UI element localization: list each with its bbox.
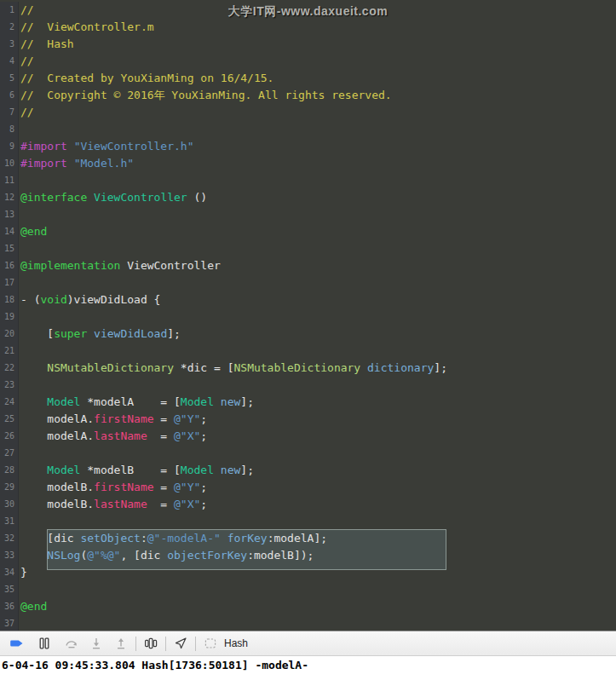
line-number[interactable]: 24	[0, 394, 19, 411]
code-line[interactable]: 10#import "Model.h"	[0, 155, 616, 172]
code-line[interactable]: 32 [dic setObject:@"-modelA-" forKey:mod…	[0, 530, 616, 547]
line-number[interactable]: 29	[0, 479, 19, 496]
step-into-icon[interactable]	[88, 635, 105, 652]
code-line[interactable]: 15	[0, 240, 616, 257]
line-number[interactable]: 27	[0, 445, 19, 462]
code-text: @end	[19, 598, 47, 615]
line-number[interactable]: 19	[0, 308, 19, 326]
code-line[interactable]: 3// Hash	[0, 36, 616, 53]
line-number[interactable]: 3	[0, 36, 19, 53]
code-line[interactable]: 16@implementation ViewController	[0, 257, 616, 274]
console-output-area[interactable]: 6-04-16 09:45:33.804 Hash[1736:50181] -m…	[0, 656, 616, 680]
line-number[interactable]: 28	[0, 462, 19, 479]
line-number[interactable]: 12	[0, 189, 19, 206]
code-text: [super viewDidLoad];	[19, 326, 181, 343]
code-line[interactable]: 37	[0, 615, 616, 631]
line-number[interactable]: 23	[0, 377, 19, 394]
toolbar-separator	[165, 637, 166, 651]
code-text	[19, 172, 20, 189]
debug-view-hierarchy-icon[interactable]	[142, 635, 159, 652]
line-number[interactable]: 14	[0, 223, 19, 240]
line-number[interactable]: 7	[0, 104, 19, 121]
code-line[interactable]: 23	[0, 377, 616, 394]
code-line[interactable]: 18- (void)viewDidLoad {	[0, 291, 616, 308]
code-line[interactable]: 33 NSLog(@"%@", [dic objectForKey:modelB…	[0, 547, 616, 564]
line-number[interactable]: 22	[0, 360, 19, 377]
code-text: - (void)viewDidLoad {	[19, 291, 160, 308]
code-line[interactable]: 13	[0, 206, 616, 223]
code-line[interactable]: 24 Model *modelA = [Model new];	[0, 394, 616, 411]
line-number[interactable]: 33	[0, 547, 19, 564]
step-out-icon[interactable]	[112, 635, 130, 652]
line-number[interactable]: 31	[0, 513, 19, 530]
code-text: //	[19, 2, 34, 19]
code-line[interactable]: 12@interface ViewController ()	[0, 189, 616, 206]
line-number[interactable]: 4	[0, 53, 19, 70]
code-editor[interactable]: 大学IT网-www.daxueit.com 1//2// ViewControl…	[0, 0, 616, 631]
code-line[interactable]: 27	[0, 445, 616, 462]
line-number[interactable]: 17	[0, 274, 19, 291]
line-number[interactable]: 32	[0, 530, 19, 547]
code-line[interactable]: 17	[0, 274, 616, 291]
line-number[interactable]: 26	[0, 428, 19, 445]
line-number[interactable]: 30	[0, 496, 19, 513]
line-number[interactable]: 11	[0, 172, 19, 189]
code-line[interactable]: 21	[0, 343, 616, 360]
line-number[interactable]: 18	[0, 291, 19, 308]
line-number[interactable]: 25	[0, 411, 19, 428]
code-text: //	[19, 104, 34, 121]
code-text: //	[19, 53, 34, 70]
code-lines-container: 1//2// ViewController.m3// Hash4//5// Cr…	[0, 0, 616, 631]
code-text: #import "Model.h"	[19, 155, 134, 172]
line-number[interactable]: 8	[0, 121, 19, 138]
line-number[interactable]: 2	[0, 19, 19, 36]
code-line[interactable]: 36@end	[0, 598, 616, 615]
code-line[interactable]: 25 modelA.firstName = @"Y";	[0, 411, 616, 428]
code-line[interactable]: 26 modelA.lastName = @"X";	[0, 428, 616, 445]
code-line[interactable]: 4//	[0, 53, 616, 70]
code-text: NSLog(@"%@", [dic objectForKey:modelB]);	[19, 547, 314, 564]
line-number[interactable]: 34	[0, 564, 19, 581]
code-text	[19, 274, 20, 291]
pause-icon[interactable]	[36, 635, 53, 652]
step-over-icon[interactable]	[63, 635, 80, 652]
code-line[interactable]: 9#import "ViewController.h"	[0, 138, 616, 155]
code-line[interactable]: 30 modelB.lastName = @"X";	[0, 496, 616, 513]
code-line[interactable]: 11	[0, 172, 616, 189]
breakpoints-toggle-icon[interactable]	[9, 635, 26, 652]
code-text: @implementation ViewController	[19, 257, 221, 274]
code-line[interactable]: 8	[0, 121, 616, 138]
code-text: modelA.lastName = @"X";	[19, 428, 207, 445]
line-number[interactable]: 36	[0, 598, 19, 615]
line-number[interactable]: 13	[0, 206, 19, 223]
line-number[interactable]: 37	[0, 615, 19, 631]
line-number[interactable]: 15	[0, 240, 19, 257]
line-number[interactable]: 9	[0, 138, 19, 155]
code-line[interactable]: 20 [super viewDidLoad];	[0, 326, 616, 343]
code-line[interactable]: 19	[0, 308, 616, 326]
code-text	[19, 445, 20, 462]
code-line[interactable]: 34}	[0, 564, 616, 581]
line-number[interactable]: 5	[0, 70, 19, 87]
line-number[interactable]: 16	[0, 257, 19, 274]
code-line[interactable]: 28 Model *modelB = [Model new];	[0, 462, 616, 479]
code-line[interactable]: 31	[0, 513, 616, 530]
code-line[interactable]: 29 modelB.firstName = @"Y";	[0, 479, 616, 496]
code-line[interactable]: 22 NSMutableDictionary *dic = [NSMutable…	[0, 360, 616, 377]
code-line[interactable]: 14@end	[0, 223, 616, 240]
code-line[interactable]: 5// Created by YouXianMing on 16/4/15.	[0, 70, 616, 87]
simulate-location-icon[interactable]	[172, 635, 189, 652]
line-number[interactable]: 20	[0, 326, 19, 343]
code-text: @end	[19, 223, 47, 240]
code-line[interactable]: 7//	[0, 104, 616, 121]
process-name-label[interactable]: Hash	[224, 637, 248, 649]
code-line[interactable]: 6// Copyright © 2016年 YouXianMing. All r…	[0, 87, 616, 104]
line-number[interactable]: 10	[0, 155, 19, 172]
line-number[interactable]: 6	[0, 87, 19, 104]
code-line[interactable]: 2// ViewController.m	[0, 19, 616, 36]
code-line[interactable]: 35	[0, 581, 616, 598]
code-text	[19, 240, 20, 257]
line-number[interactable]: 1	[0, 2, 19, 19]
line-number[interactable]: 21	[0, 343, 19, 360]
line-number[interactable]: 35	[0, 581, 19, 598]
